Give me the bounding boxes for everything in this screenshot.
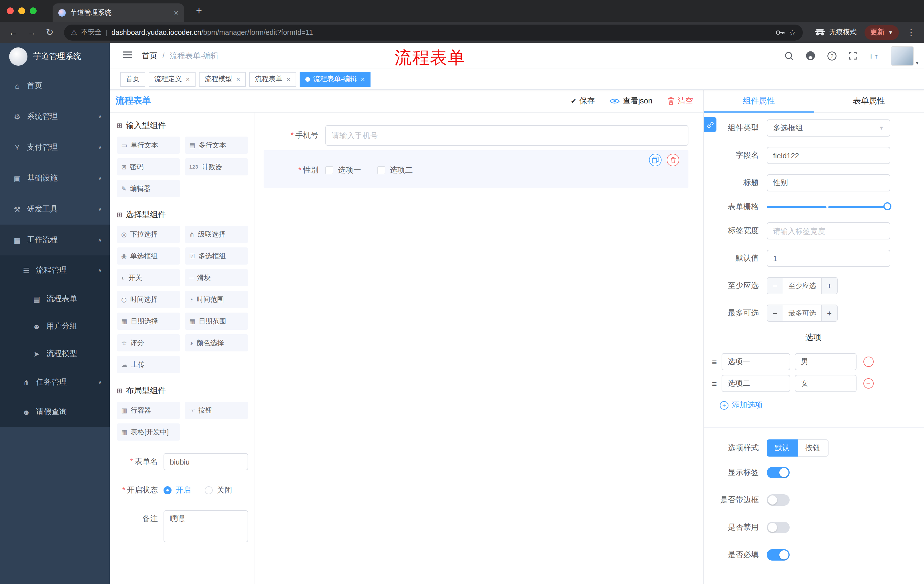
toggle-switch[interactable]: [767, 549, 790, 561]
sidebar-item-home[interactable]: ⌂首页: [0, 70, 110, 101]
browser-menu-icon[interactable]: ⋮: [907, 27, 916, 38]
grid-slider[interactable]: [767, 202, 890, 211]
option-style-button[interactable]: 按钮: [798, 439, 828, 457]
sidebar-item-process-form[interactable]: ▤流程表单: [0, 285, 110, 313]
default-value-input[interactable]: [767, 250, 890, 267]
option-label-input[interactable]: [722, 375, 790, 392]
field-name-input[interactable]: [767, 147, 890, 164]
github-icon[interactable]: [805, 50, 816, 61]
canvas-field-gender[interactable]: *性别 选项一选项二: [264, 150, 688, 188]
add-option-button[interactable]: + 添加选项: [720, 400, 763, 410]
plus-button[interactable]: +: [821, 278, 837, 294]
palette-item[interactable]: ◎下拉选择: [117, 226, 180, 243]
palette-item[interactable]: ▭单行文本: [117, 137, 180, 154]
min-select-input[interactable]: [783, 278, 821, 294]
palette-item[interactable]: ☁上传: [117, 356, 180, 373]
palette-item[interactable]: ◐开关: [117, 269, 180, 286]
sidebar-item-process-mgmt[interactable]: ☰流程管理∧: [0, 255, 110, 285]
search-icon[interactable]: [784, 51, 794, 61]
update-button[interactable]: 更新 ▼: [865, 25, 899, 40]
component-type-select[interactable]: 多选框组 ▼: [767, 119, 890, 137]
sidebar-item-infrastructure[interactable]: ▣基础设施∨: [0, 163, 110, 194]
tag-close-icon[interactable]: ×: [236, 75, 240, 83]
reload-button[interactable]: ↻: [42, 25, 57, 40]
palette-item[interactable]: ☞按钮: [185, 402, 248, 419]
palette-item[interactable]: 123计数器: [185, 158, 248, 175]
back-button[interactable]: ←: [6, 25, 21, 40]
drag-handle-icon[interactable]: ≡: [712, 357, 717, 367]
password-key-icon[interactable]: [775, 30, 785, 35]
view-tag[interactable]: 流程定义×: [148, 72, 196, 87]
user-avatar[interactable]: ▼: [891, 46, 914, 66]
tag-close-icon[interactable]: ×: [361, 75, 365, 83]
status-radio-off[interactable]: 关闭: [205, 485, 232, 495]
tag-close-icon[interactable]: ×: [186, 75, 190, 83]
window-zoom-button[interactable]: [30, 7, 36, 14]
tag-close-icon[interactable]: ×: [287, 75, 290, 83]
palette-item[interactable]: ☑多选框组: [185, 247, 248, 265]
palette-item[interactable]: ⋔级联选择: [185, 226, 248, 243]
palette-item[interactable]: ✎编辑器: [117, 180, 180, 197]
gender-checkbox[interactable]: 选项一: [325, 165, 361, 175]
palette-item[interactable]: ◔时间范围: [185, 291, 248, 308]
new-tab-button[interactable]: +: [192, 5, 206, 17]
minus-button[interactable]: −: [767, 305, 783, 321]
remove-option-icon[interactable]: −: [863, 378, 874, 388]
font-size-icon[interactable]: TT: [868, 51, 880, 60]
clear-button[interactable]: 清空: [667, 96, 693, 106]
minus-button[interactable]: −: [767, 278, 783, 294]
sidebar-item-workflow[interactable]: ▦工作流程∧: [0, 225, 110, 255]
forward-button[interactable]: →: [24, 25, 39, 40]
option-value-input[interactable]: [795, 353, 856, 370]
drag-handle-icon[interactable]: ≡: [712, 378, 717, 388]
toggle-switch[interactable]: [767, 522, 790, 533]
view-tag[interactable]: 流程表单×: [249, 72, 296, 87]
palette-item[interactable]: ▤多行文本: [185, 137, 248, 154]
copy-widget-icon[interactable]: [649, 154, 662, 166]
sidebar-item-leave-query[interactable]: ☻请假查询: [0, 397, 110, 427]
view-tag[interactable]: 首页: [120, 72, 145, 87]
tab-component-props[interactable]: 组件属性: [704, 90, 814, 112]
tab-close-icon[interactable]: ×: [174, 8, 178, 16]
sidebar-item-payment-mgmt[interactable]: ¥支付管理∨: [0, 132, 110, 163]
sidebar-item-dev-tools[interactable]: ⚒研发工具∨: [0, 194, 110, 225]
tab-form-props[interactable]: 表单属性: [814, 90, 924, 112]
palette-item[interactable]: ▦表格[开发中]: [117, 423, 180, 441]
browser-tab[interactable]: 芋道管理系统 ×: [53, 3, 184, 22]
gender-checkbox[interactable]: 选项二: [377, 165, 413, 175]
form-name-input[interactable]: [163, 453, 248, 470]
form-remark-input[interactable]: 嘿嘿: [163, 510, 248, 542]
address-bar[interactable]: ⚠ 不安全 | dashboard.yudao.iocoder.cn/bpm/m…: [64, 24, 803, 40]
canvas-field-phone[interactable]: *手机号: [264, 125, 688, 146]
palette-item[interactable]: ◉单选框组: [117, 247, 180, 265]
palette-item[interactable]: ▦日期范围: [185, 313, 248, 330]
delete-widget-icon[interactable]: [667, 154, 679, 166]
remove-option-icon[interactable]: −: [863, 357, 874, 367]
link-badge[interactable]: [704, 117, 716, 132]
breadcrumb-home[interactable]: 首页: [142, 51, 157, 61]
option-label-input[interactable]: [722, 353, 790, 370]
palette-item[interactable]: ⊠密码: [117, 158, 180, 175]
plus-button[interactable]: +: [821, 305, 837, 321]
phone-input[interactable]: [325, 125, 688, 146]
toggle-switch[interactable]: [767, 467, 790, 478]
help-icon[interactable]: ?: [827, 51, 837, 61]
sidebar-item-user-group[interactable]: ☻用户分组: [0, 313, 110, 340]
sidebar-item-system-mgmt[interactable]: ⚙系统管理∨: [0, 101, 110, 132]
option-style-default[interactable]: 默认: [767, 439, 798, 457]
max-select-input[interactable]: [783, 305, 821, 321]
view-json-button[interactable]: 查看json: [609, 96, 652, 106]
status-radio-on[interactable]: 开启: [163, 485, 191, 495]
fullscreen-icon[interactable]: [848, 51, 858, 61]
bookmark-star-icon[interactable]: ☆: [789, 28, 796, 37]
palette-item[interactable]: ☆评分: [117, 334, 180, 351]
palette-item[interactable]: ▦日期选择: [117, 313, 180, 330]
palette-item[interactable]: ─滑块: [185, 269, 248, 286]
view-tag[interactable]: 流程模型×: [199, 72, 246, 87]
label-width-input[interactable]: [767, 222, 890, 239]
slider-handle[interactable]: [883, 202, 891, 210]
palette-item[interactable]: ◑颜色选择: [185, 334, 248, 351]
view-tag[interactable]: 流程表单-编辑×: [300, 72, 371, 87]
window-close-button[interactable]: [7, 7, 14, 14]
option-value-input[interactable]: [795, 375, 856, 392]
